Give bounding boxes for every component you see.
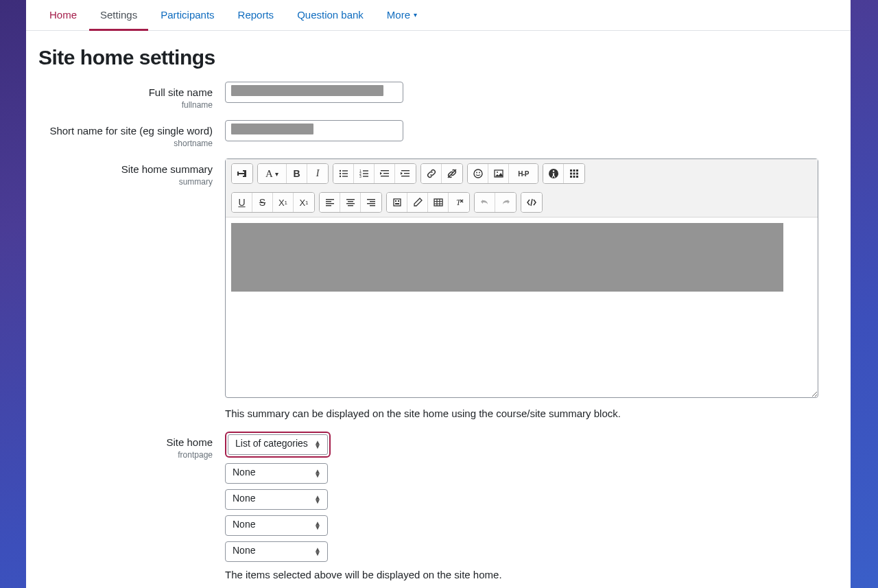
label-frontpage: Site home xyxy=(38,436,213,449)
svg-rect-44 xyxy=(370,201,375,202)
svg-rect-41 xyxy=(346,203,355,204)
summary-editor: A▾ B I 123 xyxy=(225,158,818,398)
svg-rect-17 xyxy=(401,176,410,176)
fullname-input[interactable] xyxy=(225,82,403,103)
svg-point-25 xyxy=(552,170,554,172)
tab-settings[interactable]: Settings xyxy=(89,0,148,31)
svg-rect-36 xyxy=(326,201,331,202)
svg-point-23 xyxy=(497,172,498,173)
svg-rect-42 xyxy=(348,205,353,206)
svg-rect-33 xyxy=(573,176,576,178)
redacted-value xyxy=(231,85,383,96)
shortname-input[interactable] xyxy=(225,120,403,141)
outdent-button[interactable] xyxy=(375,164,395,183)
emoji-button[interactable] xyxy=(468,164,488,183)
sublabel-frontpage: frontpage xyxy=(38,450,213,461)
summary-textarea[interactable] xyxy=(226,217,818,397)
svg-rect-15 xyxy=(401,170,410,171)
svg-rect-50 xyxy=(395,203,399,204)
paragraph-style-button[interactable]: A▾ xyxy=(258,164,287,183)
svg-rect-45 xyxy=(367,203,375,204)
svg-rect-37 xyxy=(326,203,334,204)
svg-rect-26 xyxy=(570,169,572,172)
frontpage-select-2[interactable]: None xyxy=(225,463,328,484)
tab-participants[interactable]: Participants xyxy=(150,0,225,31)
svg-rect-9 xyxy=(363,173,368,174)
indent-button[interactable] xyxy=(395,164,416,183)
undo-button[interactable] xyxy=(475,193,495,212)
svg-rect-30 xyxy=(573,173,576,175)
equation-button[interactable] xyxy=(387,193,407,212)
unlink-button[interactable] xyxy=(442,164,462,183)
label-shortname: Short name for site (eg single word) xyxy=(38,124,213,138)
toggle-toolbar-icon[interactable] xyxy=(232,164,252,183)
summary-hint: This summary can be displayed on the sit… xyxy=(225,408,838,419)
tab-reports[interactable]: Reports xyxy=(227,0,285,31)
svg-rect-16 xyxy=(404,173,410,174)
number-list-button[interactable]: 123 xyxy=(354,164,375,183)
frontpage-select-3[interactable]: None xyxy=(225,489,328,510)
row-shortname: Short name for site (eg single word) sho… xyxy=(38,120,838,149)
redo-button[interactable] xyxy=(495,193,516,212)
frontpage-select-1-wrap: List of categories ▲▼ xyxy=(225,432,331,458)
svg-point-2 xyxy=(339,173,340,174)
bullet-list-button[interactable] xyxy=(333,164,354,183)
svg-rect-38 xyxy=(326,205,331,206)
svg-rect-1 xyxy=(342,170,348,171)
svg-rect-34 xyxy=(576,176,578,178)
svg-rect-14 xyxy=(381,176,389,176)
table-button[interactable] xyxy=(428,193,449,212)
tab-home[interactable]: Home xyxy=(38,0,88,31)
superscript-button[interactable]: X1 xyxy=(294,193,314,212)
frontpage-select-4[interactable]: None xyxy=(225,515,328,536)
frontpage-select-5[interactable]: None xyxy=(225,541,328,562)
svg-point-19 xyxy=(474,169,482,178)
svg-rect-35 xyxy=(326,199,334,200)
svg-rect-46 xyxy=(370,205,375,206)
link-button[interactable] xyxy=(421,164,442,183)
strike-button[interactable]: S xyxy=(252,193,273,212)
grid-button[interactable] xyxy=(564,164,584,183)
tab-question-bank[interactable]: Question bank xyxy=(286,0,375,31)
align-right-button[interactable] xyxy=(361,193,381,212)
svg-rect-27 xyxy=(573,169,576,172)
row-frontpage: Site home frontpage List of categories ▲… xyxy=(38,432,838,580)
html-button[interactable] xyxy=(521,193,542,212)
svg-rect-29 xyxy=(570,173,572,175)
frontpage-select-4-wrap: None ▲▼ xyxy=(225,515,328,536)
bold-button[interactable]: B xyxy=(287,164,307,183)
align-center-button[interactable] xyxy=(340,193,361,212)
accessibility-button[interactable] xyxy=(543,164,564,183)
svg-rect-28 xyxy=(576,169,578,172)
chevron-down-icon: ▾ xyxy=(414,11,417,19)
svg-rect-12 xyxy=(381,170,389,171)
align-left-button[interactable] xyxy=(320,193,340,212)
subscript-button[interactable]: X1 xyxy=(273,193,294,212)
svg-rect-51 xyxy=(434,199,442,206)
clear-format-button[interactable]: T xyxy=(449,193,469,212)
svg-rect-39 xyxy=(346,199,355,200)
frontpage-select-5-wrap: None ▲▼ xyxy=(225,541,328,562)
row-summary: Site home summary summary A▾ B I xyxy=(38,158,838,419)
italic-button[interactable]: I xyxy=(307,164,328,183)
svg-rect-47 xyxy=(394,199,401,206)
frontpage-select-1[interactable]: List of categories xyxy=(228,434,328,455)
row-fullname: Full site name fullname xyxy=(38,82,838,110)
h5p-button[interactable]: H-P xyxy=(509,164,538,183)
sublabel-summary: summary xyxy=(38,177,213,188)
editor-toolbar: A▾ B I 123 xyxy=(226,159,818,217)
svg-rect-13 xyxy=(383,173,389,174)
label-summary: Site home summary xyxy=(38,163,213,176)
sublabel-fullname: fullname xyxy=(38,100,213,111)
image-button[interactable] xyxy=(488,164,509,183)
frontpage-select-3-wrap: None ▲▼ xyxy=(225,489,328,510)
underline-button[interactable]: U xyxy=(232,193,252,212)
tab-more-label: More xyxy=(387,9,410,21)
svg-point-4 xyxy=(339,176,340,177)
svg-rect-31 xyxy=(576,173,578,175)
tab-more[interactable]: More ▾ xyxy=(376,0,428,31)
edit-button[interactable] xyxy=(407,193,428,212)
redacted-value xyxy=(231,124,313,134)
frontpage-hint: The items selected above will be display… xyxy=(225,569,838,580)
nav-tabs: Home Settings Participants Reports Quest… xyxy=(26,0,851,31)
